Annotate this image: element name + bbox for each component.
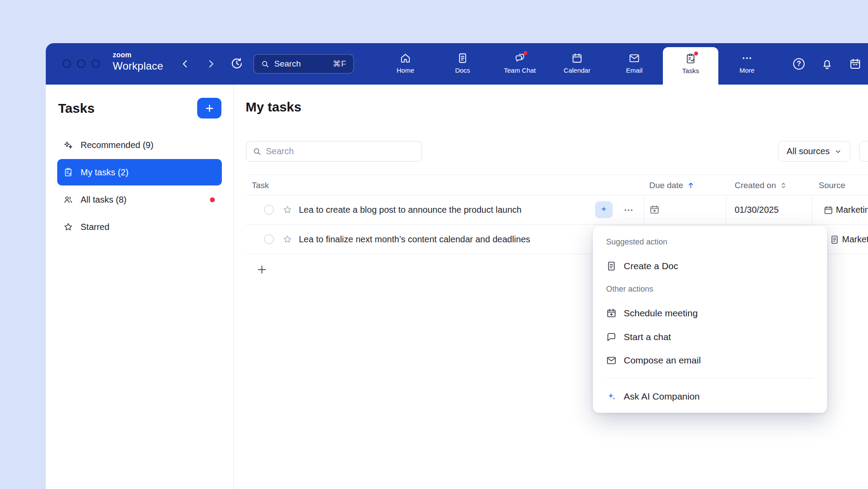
team-chat-icon — [514, 52, 526, 64]
help-icon: ? — [793, 58, 805, 70]
nav-more[interactable]: More — [718, 43, 776, 85]
window-control-dot[interactable] — [77, 59, 85, 68]
ellipsis-icon — [623, 205, 634, 215]
new-task-button[interactable] — [197, 98, 221, 119]
sidebar-item-recommended[interactable]: Recommended (9) — [57, 132, 222, 158]
task-search-input[interactable] — [266, 146, 416, 156]
team-chat-badge — [523, 51, 527, 55]
source-filter-label: All sources — [787, 146, 830, 156]
window-controls — [63, 59, 100, 68]
global-search[interactable]: Search ⌘F — [254, 54, 354, 74]
doc-icon — [606, 261, 617, 271]
nav-home[interactable]: Home — [377, 43, 434, 85]
column-divider — [812, 195, 813, 224]
chat-bubble-icon — [606, 332, 617, 342]
envelope-icon — [606, 355, 617, 366]
ai-sparkle-icon — [599, 205, 609, 215]
task-search[interactable] — [246, 141, 422, 162]
menu-item-create-doc[interactable]: Create a Doc — [593, 257, 827, 275]
notifications-button[interactable] — [820, 57, 834, 70]
task-title: Lea to create a blog post to announce th… — [299, 195, 522, 225]
docs-icon — [457, 52, 468, 64]
nav-docs[interactable]: Docs — [434, 43, 491, 85]
chevron-right-icon — [206, 59, 216, 69]
nav-email[interactable]: Email — [606, 43, 663, 85]
topbar-nav: Home Docs Team Chat — [377, 43, 776, 85]
window-control-dot[interactable] — [63, 59, 71, 68]
clipped-toolbar-button[interactable] — [859, 141, 868, 162]
sidebar-item-my-tasks[interactable]: My tasks (2) — [57, 159, 222, 185]
history-button[interactable] — [230, 57, 243, 70]
menu-section-other: Other actions — [606, 285, 653, 294]
topbar: zoom Workplace Search ⌘F — [46, 43, 868, 85]
nav-calendar[interactable]: Calendar — [548, 43, 606, 85]
back-button[interactable] — [179, 58, 191, 70]
tasks-sidebar: Tasks Recommended (9) — [46, 85, 234, 489]
star-icon[interactable] — [283, 205, 292, 215]
column-divider — [726, 195, 726, 224]
task-complete-checkbox[interactable] — [264, 234, 274, 244]
all-tasks-badge — [210, 197, 215, 202]
sidebar-item-label: My tasks (2) — [81, 167, 129, 178]
sparkles-icon — [63, 140, 73, 150]
star-icon[interactable] — [283, 234, 292, 244]
ai-sparkle-icon — [606, 391, 617, 402]
nav-email-label: Email — [626, 67, 643, 74]
nav-more-label: More — [739, 67, 754, 74]
bell-icon — [821, 58, 833, 70]
add-due-date-button[interactable] — [649, 204, 660, 215]
search-icon — [261, 60, 269, 68]
ai-companion-button[interactable] — [595, 201, 613, 218]
plus-icon — [257, 264, 267, 275]
add-task-inline-button[interactable] — [254, 262, 270, 278]
global-search-label: Search — [274, 59, 301, 69]
mini-calendar-icon — [849, 58, 861, 70]
source-doc-icon — [830, 235, 839, 244]
app-window: zoom Workplace Search ⌘F — [46, 43, 868, 489]
sort-ascending-icon — [687, 181, 695, 189]
nav-calendar-label: Calendar — [564, 67, 591, 74]
task-created-on: 01/30/2025 — [735, 195, 779, 225]
task-source: Marketing — [842, 225, 868, 254]
sidebar-item-starred[interactable]: Starred — [57, 214, 222, 240]
menu-section-suggested: Suggested action — [606, 237, 667, 247]
table-header: Task Due date Created on Source — [246, 174, 868, 195]
help-button[interactable]: ? — [792, 57, 805, 70]
more-icon — [741, 52, 753, 64]
nav-tasks[interactable]: Tasks — [663, 47, 718, 85]
source-filter-dropdown[interactable]: All sources — [778, 141, 850, 162]
my-tasks-icon — [63, 167, 73, 177]
email-icon — [629, 52, 640, 64]
column-header-created-on[interactable]: Created on — [735, 175, 787, 196]
sidebar-header: Tasks — [58, 98, 221, 119]
nav-home-label: Home — [397, 67, 414, 74]
chevron-left-icon — [180, 59, 191, 69]
task-source: Marketing — [836, 195, 868, 225]
nav-team-chat[interactable]: Team Chat — [491, 43, 548, 85]
calendar-widget-button[interactable] — [849, 57, 862, 70]
menu-divider — [606, 378, 814, 378]
forward-button[interactable] — [205, 58, 217, 70]
task-row[interactable]: Lea to create a blog post to announce th… — [246, 195, 868, 225]
column-header-task: Task — [252, 175, 269, 196]
column-divider — [644, 195, 644, 224]
task-complete-checkbox[interactable] — [264, 205, 274, 215]
menu-item-start-chat[interactable]: Start a chat — [593, 328, 827, 346]
workplace-logo: zoom Workplace — [113, 52, 163, 71]
menu-item-schedule-meeting[interactable]: Schedule meeting — [593, 304, 827, 322]
sidebar-item-all-tasks[interactable]: All tasks (8) — [57, 186, 222, 213]
window-control-dot[interactable] — [92, 59, 100, 68]
sort-both-icon — [780, 182, 787, 189]
row-more-button[interactable] — [623, 204, 634, 216]
column-header-due-date[interactable]: Due date — [649, 175, 695, 196]
menu-item-ask-ai-companion[interactable]: Ask AI Companion — [593, 388, 827, 405]
global-search-shortcut: ⌘F — [333, 59, 346, 69]
calendar-icon — [571, 52, 583, 64]
sidebar-title: Tasks — [58, 101, 95, 116]
star-icon — [63, 222, 73, 232]
page-title: My tasks — [246, 98, 302, 116]
sidebar-item-label: Recommended (9) — [81, 140, 154, 150]
sidebar-list: Recommended (9) My tasks (2) — [46, 132, 233, 240]
nav-team-chat-label: Team Chat — [504, 67, 536, 74]
menu-item-compose-email[interactable]: Compose an email — [593, 352, 827, 369]
